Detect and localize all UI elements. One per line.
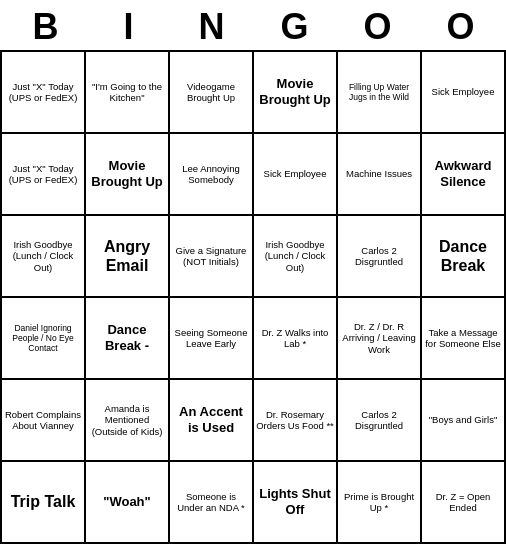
cell-r1-c0[interactable]: Just "X" Today (UPS or FedEX) — [2, 134, 86, 216]
cell-r4-c1[interactable]: Amanda is Mentioned (Outside of Kids) — [86, 380, 170, 462]
cell-r2-c0[interactable]: Irish Goodbye (Lunch / Clock Out) — [2, 216, 86, 298]
cell-r3-c0[interactable]: Daniel Ignoring People / No Eye Contact — [2, 298, 86, 380]
cell-r2-c1[interactable]: Angry Email — [86, 216, 170, 298]
bingo-letter-G: G — [253, 6, 336, 48]
cell-r2-c3[interactable]: Irish Goodbye (Lunch / Clock Out) — [254, 216, 338, 298]
cell-r1-c1[interactable]: Movie Brought Up — [86, 134, 170, 216]
bingo-letter-O: O — [419, 6, 502, 48]
bingo-grid: Just "X" Today (UPS or FedEX)"I'm Going … — [0, 50, 506, 544]
cell-r4-c4[interactable]: Carlos 2 Disgruntled — [338, 380, 422, 462]
cell-r1-c4[interactable]: Machine Issues — [338, 134, 422, 216]
cell-r0-c2[interactable]: Videogame Brought Up — [170, 52, 254, 134]
cell-r1-c3[interactable]: Sick Employee — [254, 134, 338, 216]
bingo-letter-N: N — [170, 6, 253, 48]
cell-r3-c4[interactable]: Dr. Z / Dr. R Arriving / Leaving Work — [338, 298, 422, 380]
bingo-letter-B: B — [4, 6, 87, 48]
cell-r3-c3[interactable]: Dr. Z Walks into Lab * — [254, 298, 338, 380]
bingo-letter-O: O — [336, 6, 419, 48]
cell-r5-c2[interactable]: Someone is Under an NDA * — [170, 462, 254, 544]
cell-r3-c2[interactable]: Seeing Someone Leave Early — [170, 298, 254, 380]
cell-r0-c0[interactable]: Just "X" Today (UPS or FedEX) — [2, 52, 86, 134]
cell-r0-c4[interactable]: Filling Up Water Jugs in the Wild — [338, 52, 422, 134]
cell-r1-c5[interactable]: Awkward Silence — [422, 134, 506, 216]
cell-r5-c5[interactable]: Dr. Z = Open Ended — [422, 462, 506, 544]
cell-r1-c2[interactable]: Lee Annoying Somebody — [170, 134, 254, 216]
cell-r0-c1[interactable]: "I'm Going to the Kitchen" — [86, 52, 170, 134]
cell-r0-c3[interactable]: Movie Brought Up — [254, 52, 338, 134]
cell-r5-c3[interactable]: Lights Shut Off — [254, 462, 338, 544]
cell-r2-c4[interactable]: Carlos 2 Disgruntled — [338, 216, 422, 298]
bingo-letter-I: I — [87, 6, 170, 48]
cell-r4-c2[interactable]: An Accent is Used — [170, 380, 254, 462]
cell-r5-c4[interactable]: Prime is Brought Up * — [338, 462, 422, 544]
bingo-title: BINGOO — [0, 0, 506, 50]
cell-r2-c5[interactable]: Dance Break — [422, 216, 506, 298]
cell-r4-c0[interactable]: Robert Complains About Vianney — [2, 380, 86, 462]
cell-r5-c1[interactable]: "Woah" — [86, 462, 170, 544]
cell-r4-c5[interactable]: "Boys and Girls" — [422, 380, 506, 462]
cell-r2-c2[interactable]: Give a Signature (NOT Initials) — [170, 216, 254, 298]
cell-r3-c5[interactable]: Take a Message for Someone Else — [422, 298, 506, 380]
cell-r0-c5[interactable]: Sick Employee — [422, 52, 506, 134]
cell-r3-c1[interactable]: Dance Break - — [86, 298, 170, 380]
cell-r4-c3[interactable]: Dr. Rosemary Orders Us Food ** — [254, 380, 338, 462]
cell-r5-c0[interactable]: Trip Talk — [2, 462, 86, 544]
